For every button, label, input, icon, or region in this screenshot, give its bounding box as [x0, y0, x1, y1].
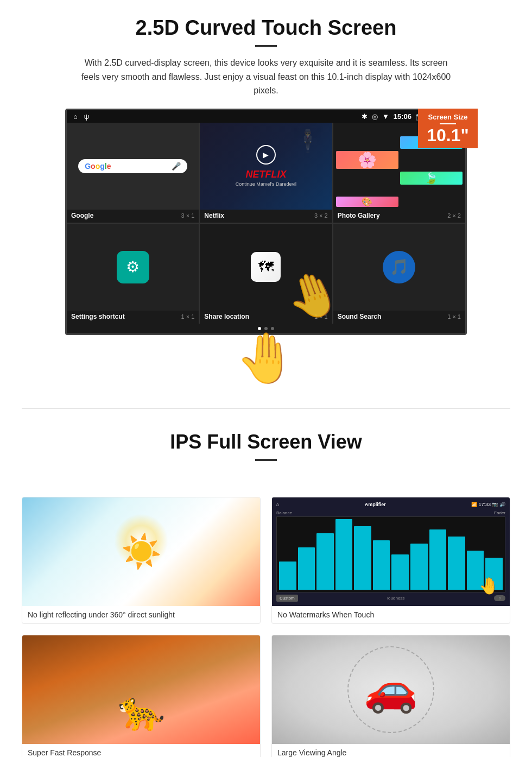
- amp-bar: [391, 554, 409, 590]
- status-time: 15:06: [394, 112, 411, 121]
- amp-home-icon: ⌂: [276, 502, 279, 507]
- netflix-subtitle: Continue Marvel's Daredevil: [236, 181, 296, 187]
- amp-toggle[interactable]: ○: [494, 595, 505, 601]
- settings-label-row: Settings shortcut 1 × 1: [67, 311, 199, 324]
- section2-title: IPS Full Screen View: [33, 431, 499, 453]
- app-cell-google[interactable]: Google 🎤 Google 3 × 1: [67, 123, 199, 223]
- section2-title-divider: [255, 459, 277, 461]
- amplifier-photo: ⌂ Amplifier 📶 17:33 📷 🔊 Balance Fader Cu…: [272, 497, 510, 606]
- wifi-icon: ▼: [382, 112, 389, 121]
- amp-footer: Custom loudness ○: [276, 595, 505, 602]
- sound-label-name: Sound Search: [338, 313, 382, 320]
- settings-app-inner: ⚙: [67, 224, 199, 311]
- amp-bar: [298, 547, 315, 590]
- sound-label-size: 1 × 1: [447, 313, 461, 320]
- amp-bar: [429, 529, 447, 590]
- amp-touch-hand: 🤚: [479, 576, 499, 595]
- badge-size: 10.1": [425, 127, 471, 144]
- device-wrapper: Screen Size 10.1" ⌂ ψ ✱ ◎ ▼ 15:06 📷 🔊: [60, 109, 472, 387]
- feature-sunlight-card: ☀️ No light reflecting under 360° direct…: [22, 497, 261, 624]
- screen-size-badge: Screen Size 10.1": [418, 109, 478, 148]
- amp-label-fader: Fader: [294, 510, 505, 515]
- car-photo: 🚗: [272, 635, 510, 744]
- google-label-size: 3 × 1: [181, 212, 195, 219]
- cheetah-emoji: 🐆: [118, 689, 165, 733]
- amp-bar: [354, 526, 371, 590]
- amp-custom-btn[interactable]: Custom: [276, 595, 298, 602]
- share-label-name: Share location: [204, 313, 249, 320]
- gallery-label-size: 2 × 2: [447, 212, 461, 219]
- home-icon: ⌂: [73, 112, 78, 121]
- netflix-label-size: 3 × 2: [314, 212, 328, 219]
- car-top-icon: 🚗: [364, 664, 418, 715]
- google-label-name: Google: [71, 212, 93, 219]
- section1-title: 2.5D Curved Touch Screen: [33, 16, 499, 40]
- amp-bar: [373, 540, 390, 590]
- android-screen: ⌂ ψ ✱ ◎ ▼ 15:06 📷 🔊 ✕ ▭: [65, 109, 467, 335]
- settings-label-name: Settings shortcut: [71, 313, 125, 320]
- title-divider: [255, 45, 277, 47]
- netflix-bg: 🕴 ▶ NETFLIX Continue Marvel's Daredevil: [200, 123, 332, 210]
- sound-app-inner: 🎵: [333, 224, 465, 311]
- gallery-label-name: Photo Gallery: [338, 212, 380, 219]
- gallery-label-row: Photo Gallery 2 × 2: [333, 210, 465, 223]
- app-cell-settings[interactable]: ⚙ Settings shortcut 1 × 1: [67, 224, 199, 324]
- usb-icon: ψ: [84, 112, 89, 121]
- feature-grid: ☀️ No light reflecting under 360° direct…: [0, 486, 532, 757]
- section-ips: IPS Full Screen View: [0, 420, 532, 486]
- maps-g-icon: 🗺: [258, 258, 274, 276]
- netflix-label-row: Netflix 3 × 2: [200, 210, 332, 223]
- amp-bar: [448, 537, 465, 590]
- app-cell-sound[interactable]: 🎵 Sound Search 1 × 1: [333, 224, 465, 324]
- app-cell-share[interactable]: 🗺 🤚 Share location 1 × 1: [200, 224, 332, 324]
- sun-glare-effect: ☀️: [121, 532, 162, 571]
- sound-label-row: Sound Search 1 × 1: [333, 311, 465, 324]
- sunlight-caption: No light reflecting under 360° direct su…: [22, 606, 260, 623]
- amp-freq-labels: Balance Fader: [276, 510, 505, 515]
- settings-label-size: 1 × 1: [181, 313, 195, 320]
- app-grid: Google 🎤 Google 3 × 1 🕴: [67, 123, 465, 324]
- amp-label-balance: Balance: [276, 510, 292, 515]
- amp-header: ⌂ Amplifier 📶 17:33 📷 🔊: [276, 502, 505, 507]
- netflix-label-name: Netflix: [204, 212, 224, 219]
- feature-car-card: 🚗 Large Viewing Angle: [271, 635, 510, 757]
- amp-bar: [316, 533, 334, 590]
- amp-bar: [410, 544, 428, 590]
- netflix-logo: NETFLIX: [245, 169, 286, 180]
- section-divider: [22, 408, 510, 409]
- feature-cheetah-card: 🐆 Super Fast Response: [22, 635, 261, 757]
- amp-title: Amplifier: [365, 502, 386, 507]
- status-bar: ⌂ ψ ✱ ◎ ▼ 15:06 📷 🔊 ✕ ▭: [67, 110, 465, 123]
- cheetah-caption: Super Fast Response: [22, 744, 260, 757]
- google-label-row: Google 3 × 1: [67, 210, 199, 223]
- gallery-thumb-leaf: 🍃: [400, 172, 463, 185]
- section-curved-screen: 2.5D Curved Touch Screen With 2.5D curve…: [0, 0, 532, 398]
- amp-loudness-label: loudness: [387, 596, 404, 601]
- google-logo: Google: [85, 162, 111, 171]
- cheetah-photo: 🐆: [22, 635, 260, 744]
- google-mic-icon[interactable]: 🎤: [172, 162, 181, 171]
- amplifier-caption: No Watermarks When Touch: [272, 606, 510, 623]
- amp-bar: [279, 562, 296, 590]
- car-caption: Large Viewing Angle: [272, 744, 510, 757]
- app-cell-netflix[interactable]: 🕴 ▶ NETFLIX Continue Marvel's Daredevil …: [200, 123, 332, 223]
- amp-equalizer-bars: [276, 516, 505, 592]
- settings-icon: ⚙: [117, 251, 149, 283]
- sound-icon: 🎵: [383, 251, 415, 283]
- daredevil-figure: 🕴: [294, 128, 321, 154]
- section1-description: With 2.5D curved-display screen, this de…: [76, 56, 456, 98]
- bluetooth-icon: ✱: [362, 112, 368, 121]
- status-left: ⌂ ψ: [73, 112, 89, 121]
- amp-bar: [335, 519, 353, 590]
- feature-amplifier-card: ⌂ Amplifier 📶 17:33 📷 🔊 Balance Fader Cu…: [271, 497, 510, 624]
- touch-hand-illustration: 🤚: [60, 330, 472, 387]
- badge-divider: [440, 123, 456, 124]
- google-app-inner: Google 🎤: [67, 123, 199, 210]
- google-search-bar[interactable]: Google 🎤: [78, 159, 187, 173]
- share-app-inner: 🗺 🤚: [200, 224, 332, 311]
- sunlight-photo: ☀️: [22, 497, 260, 606]
- maps-icon: 🗺: [251, 252, 281, 282]
- gallery-thumb-flower: 🌸: [336, 151, 398, 169]
- netflix-play-button[interactable]: ▶: [256, 145, 276, 165]
- gallery-thumb-art: 🎨: [336, 197, 398, 207]
